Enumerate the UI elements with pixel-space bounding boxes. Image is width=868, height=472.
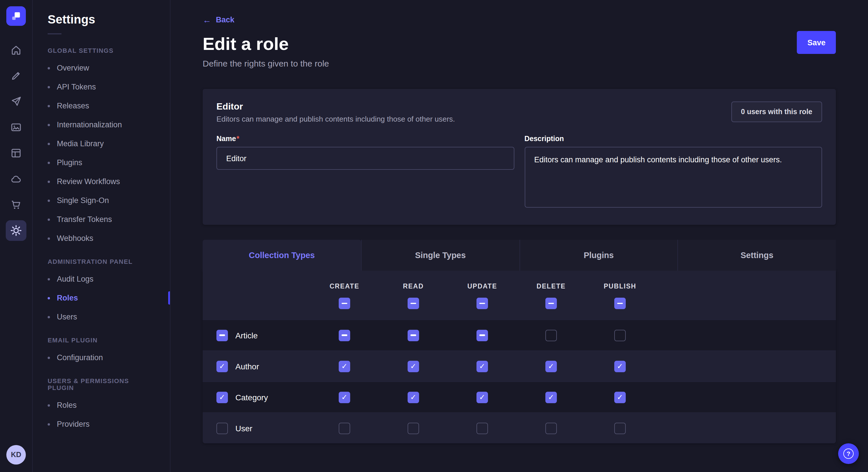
permission-checkbox[interactable] <box>614 361 626 372</box>
role-name-input[interactable] <box>216 147 514 170</box>
sidebar-item-overview[interactable]: Overview <box>33 59 170 77</box>
row-checkbox-author[interactable] <box>216 361 228 372</box>
users-with-role-button[interactable]: 0 users with this role <box>731 102 822 122</box>
bullet-icon <box>48 142 50 145</box>
name-label-text: Name <box>216 135 236 143</box>
sidebar-item-plugins[interactable]: Plugins <box>33 153 170 172</box>
rail-builder-button[interactable] <box>6 143 26 164</box>
sidebar-item-transfer-tokens[interactable]: Transfer Tokens <box>33 210 170 229</box>
row-checkbox-user[interactable] <box>216 423 228 434</box>
master-update-checkbox[interactable] <box>476 298 488 309</box>
rail-nav <box>6 40 26 241</box>
column-labels-row: CREATE READ UPDATE DELETE PUBLISH <box>203 283 836 290</box>
rail-content-button[interactable] <box>6 65 26 86</box>
permission-checkbox[interactable] <box>408 361 419 372</box>
master-read-checkbox[interactable] <box>408 298 419 309</box>
rail-settings-button[interactable] <box>6 220 26 241</box>
permission-checkbox[interactable] <box>546 330 557 341</box>
rail-marketplace-button[interactable] <box>6 194 26 215</box>
strapi-logo[interactable] <box>6 6 26 26</box>
tab-plugins[interactable]: Plugins <box>519 240 678 271</box>
section-email-plugin: EMAIL PLUGIN Configuration <box>33 326 170 367</box>
permission-checkbox[interactable] <box>546 392 557 403</box>
role-card-header: Editor Editors can manage and publish co… <box>216 102 822 123</box>
permission-checkbox[interactable] <box>408 423 419 434</box>
sidebar-item-media-library[interactable]: Media Library <box>33 134 170 153</box>
permission-checkbox[interactable] <box>339 361 350 372</box>
permission-checkbox[interactable] <box>339 330 350 341</box>
permission-checkbox[interactable] <box>476 392 488 403</box>
rail-media-button[interactable] <box>6 117 26 138</box>
role-description-input[interactable]: Editors can manage and publish contents … <box>524 147 822 208</box>
back-arrow-icon: ← <box>203 15 211 24</box>
cart-icon <box>10 199 22 210</box>
permission-checkbox[interactable] <box>339 392 350 403</box>
sidebar-item-review-workflows[interactable]: Review Workflows <box>33 172 170 191</box>
tab-single-types[interactable]: Single Types <box>361 240 520 271</box>
save-button[interactable]: Save <box>797 31 836 54</box>
role-form-fields: Name* Description Editors can manage and… <box>216 135 822 210</box>
back-link[interactable]: ← Back <box>203 15 235 24</box>
role-card-titles: Editor Editors can manage and publish co… <box>216 102 455 123</box>
section-label-users-permissions-plugin: USERS & PERMISSIONS PLUGIN <box>33 367 170 396</box>
sidebar-item-audit-logs[interactable]: Audit Logs <box>33 270 170 289</box>
sidebar-item-releases[interactable]: Releases <box>33 96 170 115</box>
permissions-tabs: Collection Types Single Types Plugins Se… <box>203 240 836 271</box>
permission-row-author: Author <box>203 350 836 381</box>
sidebar-item-label: Users <box>57 312 77 321</box>
sidebar-title: Settings <box>33 12 170 33</box>
rail-cloud-button[interactable] <box>6 169 26 189</box>
bullet-icon <box>48 237 50 239</box>
permission-checkbox[interactable] <box>408 330 419 341</box>
title-divider <box>48 33 61 34</box>
permission-checkbox[interactable] <box>546 423 557 434</box>
role-details-card: Editor Editors can manage and publish co… <box>203 89 836 225</box>
bullet-icon <box>48 404 50 406</box>
sidebar-item-api-tokens[interactable]: API Tokens <box>33 77 170 96</box>
row-checkbox-category[interactable] <box>216 392 228 403</box>
permission-checkbox[interactable] <box>476 361 488 372</box>
bullet-icon <box>48 316 50 318</box>
role-name-title: Editor <box>216 102 455 112</box>
permission-checkbox[interactable] <box>408 392 419 403</box>
sidebar-item-providers[interactable]: Providers <box>33 415 170 434</box>
column-label-delete: DELETE <box>517 283 586 290</box>
sidebar-item-single-sign-on[interactable]: Single Sign-On <box>33 191 170 210</box>
user-avatar[interactable]: KD <box>6 445 26 465</box>
help-button[interactable]: ? <box>838 443 859 464</box>
content-type-label: User <box>236 424 252 433</box>
cloud-icon <box>10 173 22 185</box>
sidebar-item-label: Transfer Tokens <box>57 215 112 224</box>
tab-settings[interactable]: Settings <box>678 240 836 271</box>
permission-checkbox[interactable] <box>614 392 626 403</box>
master-create-checkbox[interactable] <box>339 298 350 309</box>
permission-checkbox[interactable] <box>476 423 488 434</box>
master-delete-checkbox[interactable] <box>546 298 557 309</box>
permission-checkbox[interactable] <box>546 361 557 372</box>
rail-deploy-button[interactable] <box>6 91 26 112</box>
strapi-logo-icon <box>10 10 22 22</box>
rail-home-button[interactable] <box>6 40 26 60</box>
back-label: Back <box>216 15 235 24</box>
pen-icon <box>10 70 22 81</box>
sidebar-item-configuration[interactable]: Configuration <box>33 348 170 367</box>
sidebar-item-users[interactable]: Users <box>33 307 170 326</box>
permission-checkbox[interactable] <box>614 423 626 434</box>
master-publish-checkbox[interactable] <box>614 298 626 309</box>
permission-row-article: Article <box>203 319 836 350</box>
permission-checkbox[interactable] <box>476 330 488 341</box>
sidebar-item-roles[interactable]: Roles <box>33 289 170 307</box>
row-checkbox-article[interactable] <box>216 330 228 341</box>
tab-collection-types[interactable]: Collection Types <box>203 240 361 271</box>
bullet-icon <box>48 199 50 202</box>
sidebar-item-internationalization[interactable]: Internationalization <box>33 115 170 134</box>
content-type-label: Category <box>236 393 268 402</box>
sidebar-item-webhooks[interactable]: Webhooks <box>33 229 170 248</box>
page-subtitle: Define the rights given to the role <box>203 59 836 68</box>
permission-checkbox[interactable] <box>339 423 350 434</box>
column-label-update: UPDATE <box>448 283 517 290</box>
sidebar-item-up-roles[interactable]: Roles <box>33 396 170 415</box>
permission-checkbox[interactable] <box>614 330 626 341</box>
master-checkbox-row <box>203 298 836 309</box>
sidebar-item-label: Releases <box>57 102 89 110</box>
